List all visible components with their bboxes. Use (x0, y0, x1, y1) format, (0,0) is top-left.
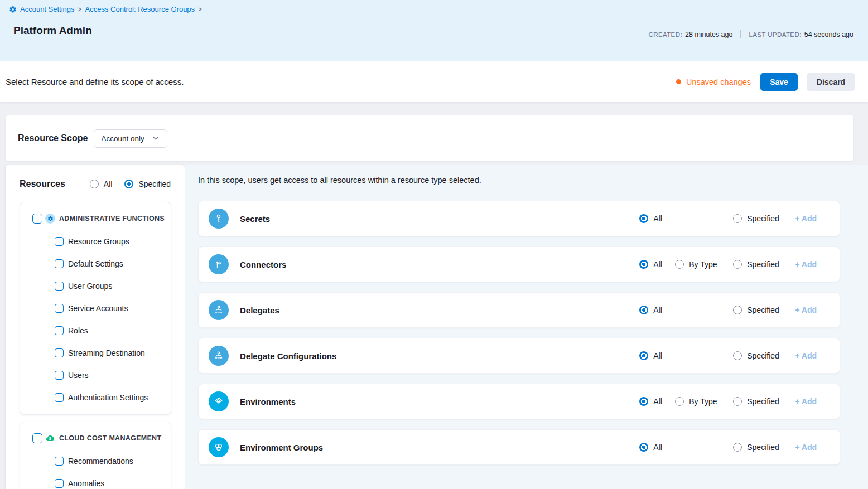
scope-by-type-option[interactable]: By Type (675, 260, 733, 269)
toolbar-description: Select Resource and define its scope of … (6, 77, 184, 86)
radio-icon[interactable] (675, 260, 684, 269)
breadcrumb-resource-groups[interactable]: Access Control: Resource Groups (85, 5, 195, 13)
environment-group-icon (209, 437, 229, 457)
radio-icon[interactable] (639, 443, 648, 452)
scope-specified-option[interactable]: Specified (733, 260, 795, 269)
resource-checkbox-item: Recommendations (20, 450, 171, 472)
radio-icon[interactable] (639, 306, 648, 314)
resources-mode-all-option[interactable]: All (90, 180, 113, 188)
scope-specified-option-label: Specified (747, 306, 779, 314)
item-checkbox[interactable] (55, 304, 64, 313)
scope-specified-option[interactable]: Specified (733, 351, 795, 360)
gear-icon (9, 6, 17, 13)
add-resources-link[interactable]: + Add (795, 260, 817, 269)
scope-all-option[interactable]: All (639, 260, 675, 269)
svg-text:$: $ (49, 436, 51, 440)
group-checkbox[interactable] (32, 214, 42, 224)
scope-by-type-option[interactable]: By Type (675, 397, 733, 406)
item-checkbox[interactable] (55, 259, 64, 268)
resource-scope-value: Account only (101, 134, 144, 143)
scope-all-option-label: All (653, 306, 662, 314)
scope-specified-option-label: Specified (747, 397, 779, 406)
resources-title: Resources (20, 179, 65, 189)
item-checkbox[interactable] (55, 393, 64, 402)
header-meta: CREATED: 28 minutes ago LAST UPDATED: 54… (649, 30, 854, 38)
radio-icon[interactable] (733, 306, 742, 314)
scope-by-type-option-label: By Type (689, 260, 717, 269)
resource-group-label: CLOUD COST MANAGEMENT (59, 434, 161, 442)
radio-icon[interactable] (733, 351, 742, 360)
radio-icon[interactable] (639, 214, 648, 223)
scope-specified-option-label: Specified (747, 214, 779, 223)
resource-checkbox-item: Streaming Destination (20, 342, 171, 364)
scope-all-option[interactable]: All (639, 397, 675, 406)
resource-type-row: SecretsAllSpecified+ Add (198, 201, 840, 236)
scope-all-option-label: All (653, 351, 662, 360)
add-resources-link[interactable]: + Add (795, 351, 817, 360)
resources-mode-specified-option[interactable]: Specified (124, 180, 171, 188)
scope-all-option-label: All (653, 397, 662, 406)
resource-scope-card: Resource Scope Account only (6, 115, 853, 161)
scope-all-option[interactable]: All (639, 214, 675, 223)
breadcrumb-separator: > (198, 6, 202, 13)
breadcrumb-separator: > (78, 6, 82, 13)
radio-icon[interactable] (639, 397, 648, 406)
item-checkbox[interactable] (55, 237, 64, 246)
add-resources-link[interactable]: + Add (795, 306, 817, 314)
radio-icon[interactable] (639, 260, 648, 269)
resources-sidebar: Resources AllSpecified ADMINISTRATIVE FU… (6, 165, 185, 489)
resource-checkbox-item: User Groups (20, 275, 171, 297)
meta-divider (740, 30, 741, 38)
radio-icon[interactable] (733, 214, 742, 223)
resources-header: Resources AllSpecified (6, 165, 185, 189)
created-label: CREATED: (649, 31, 683, 38)
item-checkbox[interactable] (55, 348, 64, 357)
add-resources-link[interactable]: + Add (795, 397, 817, 406)
scope-description: In this scope, users get access to all r… (198, 176, 481, 185)
scope-by-type-option-label: By Type (689, 397, 717, 406)
radio-icon[interactable] (639, 351, 648, 360)
resource-group-items: RecommendationsAnomalies (20, 450, 171, 489)
item-label: Users (68, 371, 89, 380)
resource-type-label: Delegate Configurations (240, 351, 336, 361)
scope-specified-option[interactable]: Specified (733, 397, 795, 406)
add-resources-link[interactable]: + Add (795, 443, 817, 452)
scope-all-option[interactable]: All (639, 306, 675, 314)
add-resources-link[interactable]: + Add (795, 214, 817, 223)
radio-icon[interactable] (90, 180, 99, 188)
resource-type-row: Delegate ConfigurationsAllSpecified+ Add (198, 338, 840, 374)
breadcrumb: Account Settings > Access Control: Resou… (9, 5, 202, 13)
resource-checkbox-item: Default Settings (20, 253, 171, 275)
radio-icon[interactable] (733, 260, 742, 269)
scope-specified-option-label: Specified (747, 443, 779, 452)
breadcrumb-account-settings[interactable]: Account Settings (20, 5, 75, 13)
scope-specified-option[interactable]: Specified (733, 214, 795, 223)
discard-button[interactable]: Discard (807, 73, 855, 91)
item-checkbox[interactable] (55, 479, 64, 488)
radio-icon[interactable] (733, 397, 742, 406)
resource-scope-select[interactable]: Account only (94, 129, 167, 148)
item-checkbox[interactable] (55, 371, 64, 380)
scope-all-option[interactable]: All (639, 351, 675, 360)
row-scope-controls: AllBy TypeSpecified+ Add (639, 260, 817, 269)
radio-icon[interactable] (733, 443, 742, 452)
resource-group-label: ADMINISTRATIVE FUNCTIONS (59, 215, 165, 222)
resource-checkbox-item: Authentication Settings (20, 386, 171, 409)
radio-icon[interactable] (124, 180, 133, 188)
resource-checkbox-item: Resource Groups (20, 230, 171, 253)
item-checkbox[interactable] (55, 326, 64, 335)
radio-icon[interactable] (675, 397, 684, 406)
resource-group-items: Resource GroupsDefault SettingsUser Grou… (20, 230, 171, 409)
scope-specified-option-label: Specified (747, 260, 779, 269)
last-updated-value: 54 seconds ago (804, 31, 853, 38)
scope-specified-option[interactable]: Specified (733, 306, 795, 314)
scope-specified-option[interactable]: Specified (733, 443, 795, 452)
group-checkbox[interactable] (32, 433, 42, 443)
item-checkbox[interactable] (55, 282, 64, 291)
scope-all-option[interactable]: All (639, 443, 675, 452)
item-checkbox[interactable] (55, 457, 64, 466)
save-button[interactable]: Save (760, 73, 798, 91)
resource-type-label: Secrets (240, 214, 270, 224)
admin-functions-icon (45, 214, 55, 224)
resources-mode-all-option-label: All (104, 180, 113, 188)
